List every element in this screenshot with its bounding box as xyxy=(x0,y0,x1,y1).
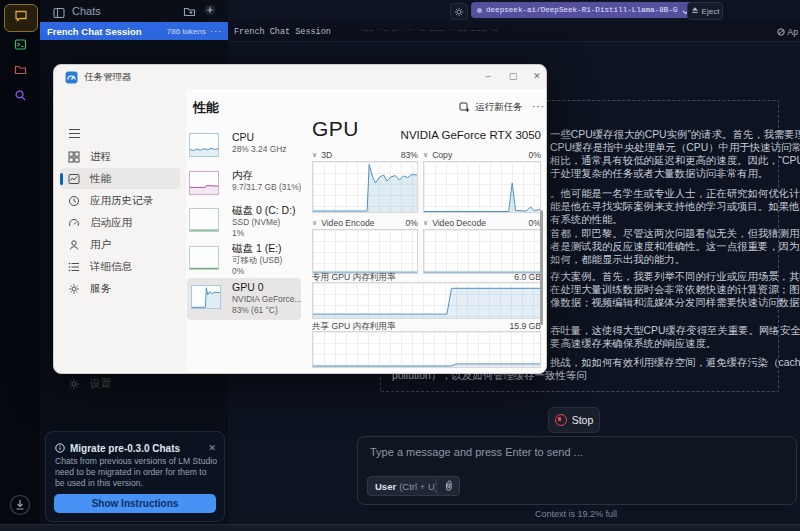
task-manager-titlebar[interactable]: 任务管理器 – ▢ ✕ xyxy=(54,65,546,89)
eject-model-button[interactable]: Eject xyxy=(687,2,723,20)
chevron-down-icon[interactable]: ∨ xyxy=(423,151,428,159)
gpu-copy-chart xyxy=(423,161,541,213)
nav-label: 服务 xyxy=(90,282,111,296)
download-icon xyxy=(9,494,31,520)
gpu-video-decode-chart xyxy=(423,229,541,274)
my-models-nav-button[interactable] xyxy=(4,58,36,84)
chat-title-bar: French Chat Session Ap xyxy=(228,21,800,42)
new-chat-icon[interactable] xyxy=(203,3,217,21)
model-settings-button[interactable] xyxy=(450,3,468,20)
gpu-video-decode-label-row: ∨Video Decode 0% xyxy=(423,218,541,228)
perf-title: 内存 xyxy=(232,169,253,183)
close-icon[interactable]: ✕ xyxy=(208,443,216,453)
message-input-container: User (Ctrl + U) xyxy=(357,436,797,505)
scrollbar-thumb[interactable] xyxy=(540,210,543,325)
run-task-icon xyxy=(459,102,470,113)
discover-nav-button[interactable] xyxy=(4,84,36,110)
performance-page-title: 性能 xyxy=(193,99,219,117)
nav-label: 启动应用 xyxy=(90,216,132,230)
task-manager-app-icon xyxy=(65,70,78,88)
nav-item-app-history[interactable]: 应用历史记录 xyxy=(60,190,180,211)
thinking-paragraph: 。他可能是一名学生或专业人士，正在研究如何优化计算机能是他在寻找实际案例来支持他… xyxy=(550,187,800,226)
gpu-header: GPU NVIDIA GeForce RTX 3050 xyxy=(312,115,541,141)
api-icon xyxy=(777,28,785,36)
paperclip-icon xyxy=(443,477,454,495)
startup-icon xyxy=(68,217,80,229)
cpu-sparkline xyxy=(189,133,219,157)
processes-icon xyxy=(68,151,80,163)
thinking-paragraph: 存大案例。首先，我要列举不同的行业或应用场景，其中需在处理大量训练数据时会非常依… xyxy=(550,270,800,309)
gear-icon xyxy=(454,3,464,21)
chat-list-item-selected[interactable]: French Chat Session 786 tokens ··· xyxy=(40,22,228,40)
perf-title: CPU xyxy=(232,131,254,143)
show-instructions-button[interactable]: Show Instructions xyxy=(54,494,216,513)
chats-nav-button[interactable] xyxy=(4,4,38,32)
panel-more-icon[interactable]: ··· xyxy=(532,101,545,112)
nav-item-services[interactable]: 服务 xyxy=(60,278,180,299)
nav-item-settings[interactable]: 设置 xyxy=(60,373,180,394)
chat-bubble-icon xyxy=(14,9,28,27)
engine-value: 0% xyxy=(406,218,418,228)
chat-item-more-icon[interactable]: ··· xyxy=(210,26,222,36)
engine-label: Video Decode xyxy=(432,218,486,228)
maximize-button[interactable]: ▢ xyxy=(504,68,522,84)
nav-label: 设置 xyxy=(90,377,111,391)
nav-item-startup-apps[interactable]: 启动应用 xyxy=(60,212,180,233)
hamburger-menu-icon[interactable] xyxy=(68,125,81,143)
app-window: Chats French Chat Session 786 tokens ···… xyxy=(0,0,800,531)
downloads-button[interactable] xyxy=(4,494,36,520)
gpu-sparkline xyxy=(191,285,221,309)
gpu-device-name: NVIDIA GeForce RTX 3050 xyxy=(401,129,541,141)
gpu-3d-chart xyxy=(312,161,418,213)
engine-label: Video Encode xyxy=(321,218,374,228)
minimize-button[interactable]: – xyxy=(479,68,497,84)
gpu-title: GPU xyxy=(312,117,359,141)
model-bar: deepseek-ai/DeepSeek-R1-Distill-Llama-8B… xyxy=(228,0,800,22)
gpu-dedicated-memory-chart xyxy=(312,282,541,319)
bottom-status-strip xyxy=(0,524,800,531)
chevron-down-icon[interactable]: ∨ xyxy=(312,151,317,159)
users-icon xyxy=(68,239,80,251)
perf-detail: 83% (61 °C) xyxy=(232,305,278,315)
api-status-chip[interactable]: Ap xyxy=(777,27,798,37)
disk1-sparkline xyxy=(189,246,219,270)
history-icon xyxy=(68,195,80,207)
folder-icon xyxy=(14,62,27,80)
close-button[interactable]: ✕ xyxy=(528,68,546,84)
engine-label: Copy xyxy=(432,150,452,160)
panel-toggle-icon[interactable] xyxy=(53,5,65,23)
user-role-button[interactable]: User (Ctrl + U) xyxy=(367,476,446,496)
api-label-clipped: Ap xyxy=(788,27,798,37)
user-role-label: User xyxy=(375,481,396,492)
memory-sparkline xyxy=(189,171,219,195)
attach-file-button[interactable] xyxy=(436,476,460,496)
gpu-copy-label-row: ∨Copy 0% xyxy=(423,150,541,160)
perf-detail: 可移动 (USB) xyxy=(232,255,282,266)
perf-detail: 0% xyxy=(232,266,244,276)
chevron-down-icon[interactable]: ∨ xyxy=(423,219,428,227)
developer-nav-button[interactable] xyxy=(4,33,36,59)
nav-item-details[interactable]: 详细信息 xyxy=(60,256,180,277)
chat-session-title: French Chat Session xyxy=(234,27,331,37)
nav-label: 进程 xyxy=(90,150,111,164)
stop-label: Stop xyxy=(572,414,594,426)
nav-item-users[interactable]: 用户 xyxy=(60,234,180,255)
run-new-task-button[interactable]: 运行新任务 xyxy=(459,101,523,114)
clipped-scrolled-text: ·–– ··– –· ··· ·– ––– ·· –– ––– ·– xyxy=(360,25,499,34)
performance-icon xyxy=(68,173,80,185)
chevron-down-icon[interactable]: ∨ xyxy=(312,219,317,227)
task-manager-nav: 进程 性能 应用历史记录 启动应用 用户 详细信息 xyxy=(54,89,186,373)
nav-rail xyxy=(0,0,41,531)
thinking-paragraph: 挑战，如如何有效利用缓存空间，避免缓存污染（cache xyxy=(550,356,800,369)
nav-item-performance[interactable]: 性能 xyxy=(60,168,180,189)
message-input[interactable] xyxy=(368,445,772,459)
thinking-paragraph: 吞吐量，这使得大型CPU缓存变得至关重要。网络安全也是要高速缓存来确保系统的响应… xyxy=(550,324,800,350)
perf-title: 磁盘 1 (E:) xyxy=(232,242,282,256)
new-folder-icon[interactable] xyxy=(183,4,196,22)
nav-label: 性能 xyxy=(90,172,111,186)
stop-generation-button[interactable]: Stop xyxy=(548,407,600,433)
loaded-model-selector[interactable]: deepseek-ai/DeepSeek-R1-Distill-Llama-8B… xyxy=(471,2,695,18)
engine-value: 83% xyxy=(401,150,418,160)
nav-item-processes[interactable]: 进程 xyxy=(60,146,180,167)
perf-title: 磁盘 0 (C: D:) xyxy=(232,204,296,218)
